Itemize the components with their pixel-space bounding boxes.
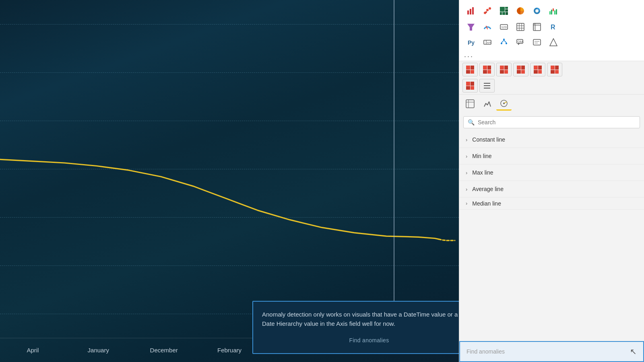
anomaly-detection-box: Anomaly detection only works on visuals … bbox=[252, 301, 459, 354]
svg-rect-64 bbox=[521, 66, 525, 70]
svg-rect-32 bbox=[536, 24, 540, 25]
svg-text:123: 123 bbox=[501, 25, 507, 29]
svg-rect-14 bbox=[549, 11, 551, 14]
search-container: 🔍 bbox=[459, 113, 644, 132]
svg-rect-8 bbox=[505, 7, 508, 9]
svg-rect-72 bbox=[555, 66, 559, 70]
decomp-tree-icon[interactable] bbox=[496, 35, 512, 49]
svg-rect-62 bbox=[504, 70, 508, 74]
svg-point-4 bbox=[486, 9, 489, 11]
svg-rect-57 bbox=[483, 70, 487, 74]
x-label-january: January bbox=[66, 347, 131, 354]
custom-vis-6[interactable] bbox=[547, 63, 562, 76]
svg-rect-58 bbox=[487, 70, 491, 74]
analytics-tab-row bbox=[459, 95, 644, 113]
waterfall-icon[interactable] bbox=[546, 4, 561, 18]
svg-rect-16 bbox=[553, 8, 554, 11]
format-tab[interactable] bbox=[479, 97, 495, 111]
custom-vis-3[interactable] bbox=[496, 63, 512, 76]
svg-rect-71 bbox=[551, 66, 555, 70]
x-label-december: December bbox=[131, 347, 197, 354]
chart-marker-line bbox=[394, 0, 394, 338]
min-line-label: Min line bbox=[472, 153, 638, 159]
svg-point-87 bbox=[503, 103, 505, 104]
svg-rect-67 bbox=[534, 66, 538, 70]
constant-line-item[interactable]: › Constant line bbox=[459, 132, 644, 148]
search-input[interactable] bbox=[478, 119, 636, 125]
average-line-chevron: › bbox=[466, 186, 467, 192]
custom-vis-1[interactable] bbox=[462, 63, 478, 76]
right-panel: 123 R Py KPI Q&A bbox=[459, 0, 644, 362]
constant-line-label: Constant line bbox=[472, 136, 638, 143]
min-line-chevron: › bbox=[466, 153, 467, 159]
custom-visuals-row bbox=[459, 61, 644, 95]
svg-rect-47 bbox=[533, 39, 541, 45]
average-line-item[interactable]: › Average line bbox=[459, 181, 644, 197]
svg-point-13 bbox=[535, 9, 539, 12]
min-line-item[interactable]: › Min line bbox=[459, 148, 644, 165]
svg-rect-74 bbox=[555, 70, 559, 74]
svg-rect-77 bbox=[466, 86, 470, 90]
chart-area: April January December February August J… bbox=[0, 0, 459, 362]
median-line-item[interactable]: › Median line bbox=[459, 197, 644, 210]
search-box: 🔍 bbox=[463, 116, 640, 128]
custom-vis-7[interactable] bbox=[462, 79, 478, 93]
svg-rect-15 bbox=[551, 10, 552, 14]
svg-point-39 bbox=[503, 39, 505, 40]
bar-chart-icon[interactable] bbox=[463, 4, 479, 18]
svg-rect-12 bbox=[506, 12, 508, 15]
svg-marker-50 bbox=[550, 39, 557, 46]
svg-rect-7 bbox=[500, 7, 505, 12]
analytics-tab[interactable] bbox=[496, 97, 512, 111]
table-visual-icon[interactable] bbox=[513, 20, 528, 34]
svg-rect-66 bbox=[521, 70, 525, 74]
kpi-icon[interactable]: KPI bbox=[480, 35, 495, 49]
max-line-chevron: › bbox=[466, 170, 467, 176]
svg-rect-75 bbox=[466, 82, 470, 86]
matrix-icon[interactable] bbox=[529, 20, 545, 34]
svg-rect-18 bbox=[556, 9, 557, 14]
r-visual-icon[interactable]: R bbox=[546, 20, 561, 34]
find-anomalies-button[interactable]: Find anomalies bbox=[262, 334, 459, 347]
visualizations-tab[interactable] bbox=[462, 97, 478, 111]
more-visuals-dots[interactable]: ... bbox=[462, 50, 641, 60]
svg-line-41 bbox=[504, 40, 506, 43]
median-line-chevron: › bbox=[466, 200, 467, 206]
qa-visual-icon[interactable]: Q&A bbox=[513, 35, 528, 49]
shape-icon[interactable] bbox=[546, 35, 561, 49]
svg-rect-52 bbox=[471, 66, 474, 70]
svg-point-43 bbox=[506, 43, 507, 44]
analytics-items-list: › Constant line › Min line › Max line › … bbox=[459, 132, 644, 341]
svg-rect-68 bbox=[538, 66, 542, 70]
python-icon[interactable]: Py bbox=[463, 35, 479, 49]
funnel-icon[interactable] bbox=[463, 20, 479, 34]
svg-rect-70 bbox=[538, 70, 542, 74]
max-line-item[interactable]: › Max line bbox=[459, 165, 644, 181]
svg-text:R: R bbox=[551, 24, 555, 31]
svg-rect-10 bbox=[500, 12, 502, 15]
svg-rect-73 bbox=[551, 70, 555, 74]
svg-rect-11 bbox=[502, 12, 505, 15]
card-icon[interactable]: 123 bbox=[496, 20, 512, 34]
svg-rect-59 bbox=[500, 66, 504, 70]
svg-line-40 bbox=[502, 40, 504, 43]
custom-vis-4[interactable] bbox=[513, 63, 528, 76]
x-label-april: April bbox=[0, 347, 66, 354]
gauge-icon[interactable] bbox=[480, 20, 495, 34]
pie-chart-icon[interactable] bbox=[513, 4, 528, 18]
custom-vis-list[interactable] bbox=[479, 79, 495, 93]
svg-rect-61 bbox=[500, 70, 504, 74]
find-anomalies-label: Find anomalies bbox=[466, 348, 627, 355]
custom-vis-5[interactable] bbox=[530, 63, 545, 76]
custom-vis-2[interactable] bbox=[479, 63, 495, 76]
smart-narrative-icon[interactable] bbox=[529, 35, 545, 49]
svg-marker-45 bbox=[518, 43, 520, 45]
donut-chart-icon[interactable] bbox=[529, 4, 545, 18]
svg-point-42 bbox=[501, 43, 502, 44]
svg-text:KPI: KPI bbox=[487, 41, 491, 44]
treemap-icon[interactable] bbox=[496, 4, 512, 18]
svg-rect-23 bbox=[517, 23, 524, 31]
find-anomalies-panel[interactable]: Find anomalies ↖ bbox=[459, 341, 644, 362]
svg-rect-82 bbox=[466, 100, 474, 108]
scatter-chart-icon[interactable] bbox=[480, 4, 495, 18]
